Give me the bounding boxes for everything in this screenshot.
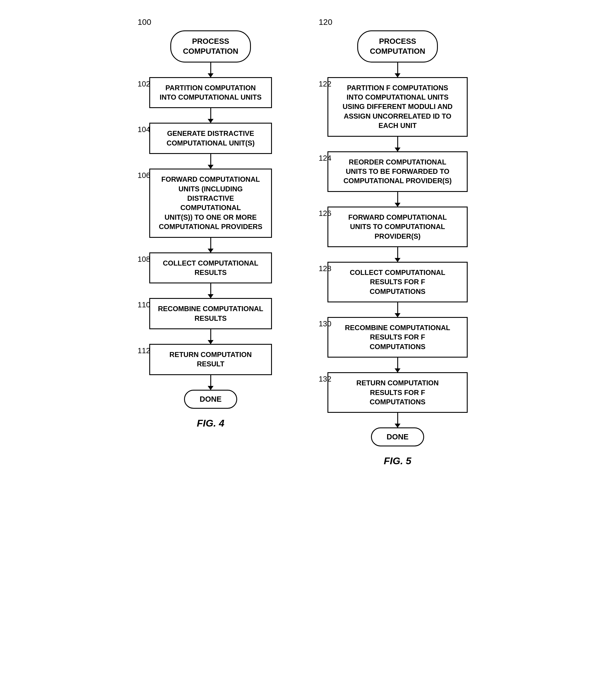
page: 100 PROCESSCOMPUTATION 102 PARTITION COM… (0, 0, 614, 700)
fig4-row-112: 112 RETURN COMPUTATIONRESULT (138, 344, 284, 375)
fig4-arrow-0 (210, 63, 211, 77)
fig5-arrow-2 (397, 192, 398, 207)
fig5-row-126: 126 FORWARD COMPUTATIONALUNITS TO COMPUT… (319, 207, 476, 247)
fig4-row-110: 110 RECOMBINE COMPUTATIONALRESULTS (138, 298, 284, 329)
fig4-node-104: GENERATE DISTRACTIVECOMPUTATIONAL UNIT(S… (149, 123, 272, 154)
fig4-diagram: 100 PROCESSCOMPUTATION 102 PARTITION COM… (138, 17, 284, 429)
fig4-node-112: RETURN COMPUTATIONRESULT (149, 344, 272, 375)
fig5-ref-124: 124 (319, 154, 331, 163)
fig5-arrow-0 (397, 63, 398, 77)
fig5-row-128: 128 COLLECT COMPUTATIONALRESULTS FOR FCO… (319, 262, 476, 302)
fig4-arrow-6 (210, 375, 211, 390)
fig5-arrow-1 (397, 137, 398, 151)
fig4-node-start: PROCESSCOMPUTATION (170, 30, 251, 63)
fig4-ref-100: 100 (138, 17, 151, 27)
fig4-top-ref-area: 100 (138, 17, 284, 29)
diagrams-container: 100 PROCESSCOMPUTATION 102 PARTITION COM… (114, 17, 500, 466)
fig5-node-122: PARTITION F COMPUTATIONSINTO COMPUTATION… (327, 77, 468, 137)
fig4-ref-102: 102 (138, 79, 150, 88)
fig4-row-102: 102 PARTITION COMPUTATIONINTO COMPUTATIO… (138, 77, 284, 108)
fig5-ref-122: 122 (319, 79, 331, 88)
fig4-node-108: COLLECT COMPUTATIONALRESULTS (149, 252, 272, 284)
fig5-ref-128: 128 (319, 264, 331, 273)
fig4-node-106: FORWARD COMPUTATIONALUNITS (INCLUDINGDIS… (149, 168, 272, 238)
fig5-arrow-4 (397, 302, 398, 317)
fig5-node-126: FORWARD COMPUTATIONALUNITS TO COMPUTATIO… (327, 207, 468, 247)
fig4-node-102: PARTITION COMPUTATIONINTO COMPUTATIONAL … (149, 77, 272, 108)
fig5-ref-132: 132 (319, 375, 331, 384)
fig4-row-104: 104 GENERATE DISTRACTIVECOMPUTATIONAL UN… (138, 123, 284, 154)
fig4-node-110: RECOMBINE COMPUTATIONALRESULTS (149, 298, 272, 329)
fig5-row-132: 132 RETURN COMPUTATIONRESULTS FOR FCOMPU… (319, 372, 476, 413)
fig5-row-122: 122 PARTITION F COMPUTATIONSINTO COMPUTA… (319, 77, 476, 137)
fig5-diagram: 120 PROCESSCOMPUTATION 122 PARTITION F C… (319, 17, 476, 466)
fig4-ref-110: 110 (138, 300, 150, 309)
fig5-arrow-5 (397, 358, 398, 372)
fig4-arrow-5 (210, 329, 211, 344)
fig5-top-ref-area: 120 (319, 17, 476, 29)
fig5-ref-130: 130 (319, 319, 331, 328)
fig5-node-132: RETURN COMPUTATIONRESULTS FOR FCOMPUTATI… (327, 372, 468, 413)
fig4-label: FIG. 4 (197, 417, 224, 429)
fig4-arrow-3 (210, 238, 211, 252)
fig5-label: FIG. 5 (384, 455, 411, 466)
fig5-arrow-3 (397, 247, 398, 262)
fig4-ref-104: 104 (138, 125, 150, 134)
fig5-ref-120: 120 (319, 17, 333, 27)
fig5-row-130: 130 RECOMBINE COMPUTATIONALRESULTS FOR F… (319, 317, 476, 358)
fig5-node-130: RECOMBINE COMPUTATIONALRESULTS FOR FCOMP… (327, 317, 468, 358)
fig4-arrow-2 (210, 154, 211, 168)
fig5-arrow-6 (397, 413, 398, 427)
fig5-ref-126: 126 (319, 209, 331, 218)
fig4-node-done: DONE (184, 390, 237, 409)
fig4-arrow-4 (210, 283, 211, 298)
fig5-node-128: COLLECT COMPUTATIONALRESULTS FOR FCOMPUT… (327, 262, 468, 302)
fig4-row-108: 108 COLLECT COMPUTATIONALRESULTS (138, 252, 284, 284)
fig5-row-124: 124 REORDER COMPUTATIONALUNITS TO BE FOR… (319, 151, 476, 192)
fig4-ref-112: 112 (138, 346, 150, 355)
fig4-ref-106: 106 (138, 171, 150, 180)
fig4-arrow-1 (210, 108, 211, 123)
fig5-node-start: PROCESSCOMPUTATION (357, 30, 438, 63)
fig4-ref-108: 108 (138, 255, 150, 264)
fig5-node-done: DONE (371, 427, 424, 447)
fig5-node-124: REORDER COMPUTATIONALUNITS TO BE FORWARD… (327, 151, 468, 192)
fig4-row-106: 106 FORWARD COMPUTATIONALUNITS (INCLUDIN… (138, 168, 284, 238)
